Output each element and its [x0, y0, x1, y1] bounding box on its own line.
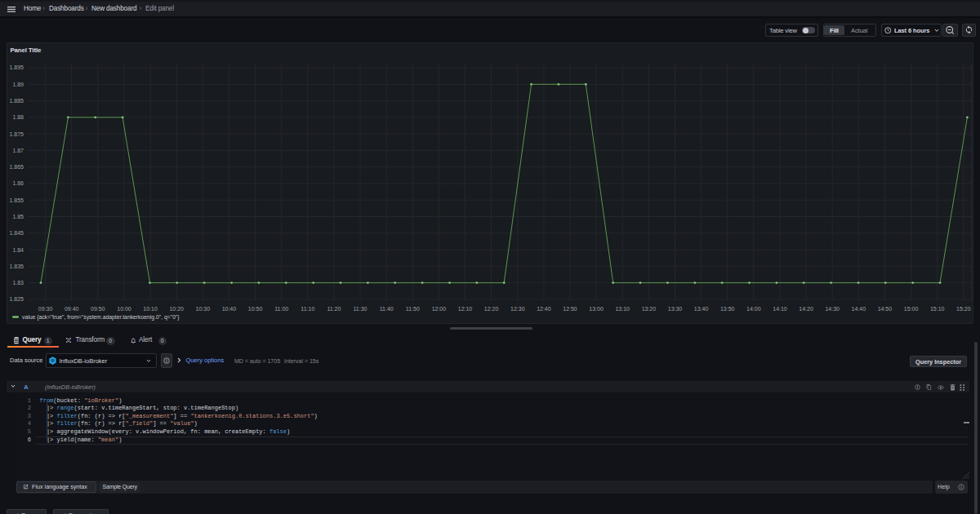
- svg-text:14:00: 14:00: [746, 306, 761, 312]
- svg-text:15:00: 15:00: [904, 306, 919, 312]
- svg-text:14:30: 14:30: [825, 306, 840, 312]
- svg-text:1.885: 1.885: [9, 98, 24, 104]
- svg-text:1.88: 1.88: [12, 114, 24, 120]
- svg-text:13:20: 13:20: [642, 306, 657, 312]
- svg-text:11:10: 11:10: [301, 306, 314, 312]
- svg-text:10:40: 10:40: [222, 306, 237, 312]
- svg-text:15:10: 15:10: [930, 306, 945, 312]
- svg-text:1.83: 1.83: [12, 280, 24, 286]
- svg-text:15:20: 15:20: [956, 306, 971, 312]
- svg-text:12:10: 12:10: [458, 306, 473, 312]
- svg-text:13:10: 13:10: [615, 306, 630, 312]
- svg-text:13:40: 13:40: [694, 306, 709, 312]
- svg-text:1.895: 1.895: [9, 64, 24, 70]
- svg-text:1.825: 1.825: [9, 296, 24, 302]
- svg-text:13:30: 13:30: [668, 306, 683, 312]
- svg-text:1.845: 1.845: [9, 230, 24, 236]
- svg-text:14:10: 14:10: [773, 306, 787, 312]
- svg-text:10:50: 10:50: [248, 306, 263, 312]
- svg-text:14:40: 14:40: [852, 306, 866, 312]
- svg-text:1.85: 1.85: [12, 214, 24, 219]
- svg-text:1.855: 1.855: [9, 197, 24, 203]
- svg-text:13:50: 13:50: [720, 306, 735, 312]
- svg-text:1.87: 1.87: [12, 148, 24, 153]
- svg-text:11:30: 11:30: [354, 306, 368, 312]
- svg-text:09:50: 09:50: [91, 306, 105, 312]
- svg-text:14:50: 14:50: [878, 306, 893, 312]
- svg-text:10:00: 10:00: [117, 306, 131, 312]
- svg-text:12:50: 12:50: [563, 306, 577, 312]
- svg-text:1.86: 1.86: [12, 180, 24, 186]
- svg-text:12:20: 12:20: [484, 306, 499, 312]
- svg-text:09:30: 09:30: [38, 306, 53, 312]
- svg-text:value {ack="true", from="syste: value {ack="true", from="system.adapter.…: [22, 314, 180, 321]
- svg-text:12:40: 12:40: [537, 306, 551, 312]
- svg-text:1.875: 1.875: [9, 131, 24, 137]
- svg-text:11:20: 11:20: [327, 306, 341, 312]
- svg-text:13:00: 13:00: [589, 306, 604, 312]
- svg-text:12:00: 12:00: [432, 306, 447, 312]
- svg-text:1.835: 1.835: [9, 264, 24, 269]
- svg-text:11:00: 11:00: [274, 306, 288, 312]
- svg-text:10:10: 10:10: [143, 306, 158, 312]
- svg-text:1.89: 1.89: [12, 82, 24, 87]
- svg-text:14:20: 14:20: [799, 306, 813, 312]
- svg-text:1.865: 1.865: [9, 164, 24, 170]
- svg-text:09:40: 09:40: [65, 306, 79, 312]
- svg-text:12:30: 12:30: [510, 306, 525, 312]
- svg-text:11:50: 11:50: [406, 306, 420, 312]
- svg-text:1.84: 1.84: [12, 247, 24, 253]
- svg-text:10:20: 10:20: [169, 306, 184, 312]
- svg-text:11:40: 11:40: [380, 306, 394, 312]
- svg-text:10:30: 10:30: [196, 306, 211, 312]
